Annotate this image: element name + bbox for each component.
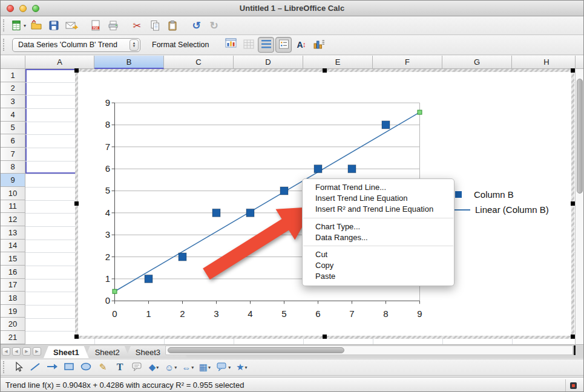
selector-stepper[interactable]: ▲ ▼: [130, 39, 139, 51]
row-header-16[interactable]: 16: [1, 266, 25, 279]
column-header-F[interactable]: F: [373, 56, 442, 69]
menu-item-insert-r-and-trend-line-equation[interactable]: Insert R² and Trend Line Equation: [303, 204, 454, 215]
basic-shapes-button[interactable]: ◆ ▾: [146, 360, 161, 374]
last-sheet-button[interactable]: ▶: [33, 347, 41, 356]
redo-button[interactable]: ↻: [206, 18, 222, 33]
symbol-shapes-button[interactable]: ☺ ▾: [163, 360, 178, 374]
callout-tool-button[interactable]: [130, 360, 144, 374]
row-header-6[interactable]: 6: [1, 134, 25, 148]
menu-item-insert-trend-line-equation[interactable]: Insert Trend Line Equation: [303, 193, 454, 204]
format-selection-button[interactable]: Format Selection: [148, 40, 212, 50]
chart-handle-top-middle[interactable]: [323, 68, 327, 73]
sheet-tab-sheet2[interactable]: Sheet2: [85, 346, 130, 358]
horizontal-scrollbar-thumb[interactable]: [168, 347, 344, 353]
data-point[interactable]: [348, 165, 356, 173]
flowchart-button[interactable]: ▦ ▾: [197, 360, 212, 374]
row-header-1[interactable]: 1: [1, 69, 25, 82]
menu-item-format-trend-line[interactable]: Format Trend Line...: [303, 182, 454, 193]
chart-handle-middle-right[interactable]: [571, 201, 575, 206]
automatic-layout-button[interactable]: [310, 37, 327, 53]
column-header-G[interactable]: G: [442, 56, 512, 69]
row-header-4[interactable]: 4: [1, 108, 25, 122]
row-header-11[interactable]: 11: [1, 200, 25, 214]
column-header-C[interactable]: C: [164, 56, 234, 69]
menu-item-data-ranges[interactable]: Data Ranges...: [303, 232, 454, 243]
print-button[interactable]: [105, 18, 121, 33]
horizontal-grids-button[interactable]: [258, 37, 274, 53]
row-header-2[interactable]: 2: [1, 82, 25, 96]
vertical-scrollbar-thumb[interactable]: [577, 79, 583, 194]
legend-entry[interactable]: Column B: [441, 187, 571, 202]
row-header-9[interactable]: 9: [1, 174, 25, 187]
row-header-10[interactable]: 10: [1, 187, 25, 200]
sheet-tab-sheet3[interactable]: Sheet3: [126, 346, 170, 358]
menu-item-cut[interactable]: Cut: [303, 249, 454, 260]
row-header-8[interactable]: 8: [1, 161, 25, 174]
chart-handle-bottom-right[interactable]: [571, 335, 575, 339]
column-header-B[interactable]: B: [94, 56, 164, 69]
row-header-7[interactable]: 7: [1, 148, 25, 161]
block-arrows-button[interactable]: ⇔ ▾: [180, 360, 195, 374]
data-point[interactable]: [314, 165, 322, 173]
row-header-18[interactable]: 18: [1, 292, 25, 305]
zoom-button[interactable]: [32, 5, 39, 12]
chart-legend[interactable]: Column BLinear (Column B): [441, 187, 571, 217]
column-header-A[interactable]: A: [25, 56, 94, 69]
column-header-H[interactable]: H: [512, 56, 575, 69]
export-pdf-button[interactable]: PDF: [87, 18, 103, 33]
text-tool-button[interactable]: T: [113, 360, 127, 374]
ellipse-tool-button[interactable]: [79, 360, 93, 374]
chart-handle-top-left[interactable]: [74, 68, 79, 73]
menu-item-paste[interactable]: Paste: [303, 271, 454, 282]
split-handle[interactable]: [574, 345, 576, 355]
scale-text-button[interactable]: A ↕: [293, 37, 309, 53]
callouts-button[interactable]: ▾: [214, 360, 232, 374]
data-point[interactable]: [246, 209, 254, 217]
sheet-tab-sheet1[interactable]: Sheet1: [44, 346, 89, 358]
line-tool-button[interactable]: [28, 360, 42, 374]
chart-handle-middle-left[interactable]: [74, 201, 79, 206]
horizontal-scrollbar[interactable]: [165, 345, 573, 355]
first-sheet-button[interactable]: ◀: [2, 347, 10, 356]
close-button[interactable]: [7, 5, 14, 12]
cut-button[interactable]: ✂: [129, 18, 145, 33]
column-header-D[interactable]: D: [234, 56, 303, 69]
open-button[interactable]: [28, 18, 44, 33]
row-header-20[interactable]: 20: [1, 318, 25, 331]
stars-button[interactable]: ★ ▾: [234, 360, 249, 374]
trendline-selection-handle[interactable]: [418, 110, 422, 114]
chart-handle-top-right[interactable]: [571, 68, 575, 73]
email-button[interactable]: [63, 18, 79, 33]
save-button[interactable]: [45, 18, 62, 33]
menu-item-copy[interactable]: Copy: [303, 260, 454, 271]
toolbar-grip[interactable]: [3, 19, 7, 31]
row-header-15[interactable]: 15: [1, 252, 25, 266]
row-header-14[interactable]: 14: [1, 240, 25, 253]
select-tool-button[interactable]: [11, 360, 25, 374]
select-all-corner[interactable]: [1, 56, 25, 69]
trendline-selection-handle[interactable]: [113, 289, 117, 293]
undo-button[interactable]: ↺: [188, 18, 205, 33]
menu-item-chart-type[interactable]: Chart Type...: [303, 221, 454, 232]
column-header-E[interactable]: E: [303, 56, 373, 69]
minimize-button[interactable]: [19, 5, 27, 12]
row-header-19[interactable]: 19: [1, 305, 25, 318]
legend-entry[interactable]: Linear (Column B): [441, 202, 571, 217]
new-document-button[interactable]: ▾: [10, 18, 27, 33]
previous-sheet-button[interactable]: ◀: [12, 347, 21, 356]
copy-button[interactable]: [146, 18, 163, 33]
freeform-tool-button[interactable]: ✎: [96, 360, 110, 374]
row-header-21[interactable]: 21: [1, 331, 25, 344]
toolbar-grip[interactable]: [3, 39, 7, 51]
toolbar-grip[interactable]: [3, 361, 7, 373]
chart-handle-bottom-middle[interactable]: [323, 335, 327, 339]
row-header-3[interactable]: 3: [1, 95, 25, 108]
row-header-13[interactable]: 13: [1, 226, 25, 240]
paste-button[interactable]: [164, 18, 180, 33]
legend-toggle-button[interactable]: [275, 37, 292, 53]
row-header-5[interactable]: 5: [1, 122, 25, 135]
chart-handle-bottom-left[interactable]: [74, 335, 79, 339]
data-point[interactable]: [212, 209, 220, 217]
row-header-12[interactable]: 12: [1, 213, 25, 226]
data-point[interactable]: [145, 275, 153, 283]
